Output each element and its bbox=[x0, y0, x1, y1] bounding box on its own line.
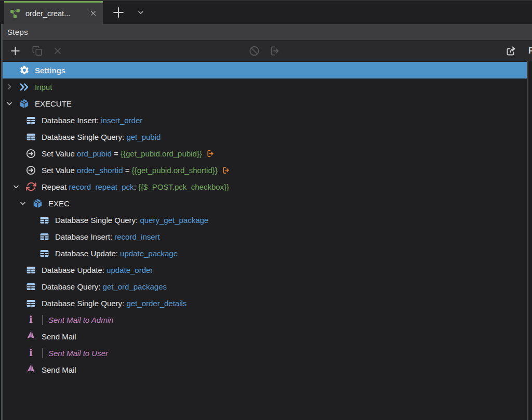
output-binding-icon bbox=[222, 166, 231, 175]
double-chevron-icon bbox=[19, 82, 30, 93]
copy-step-button[interactable] bbox=[32, 45, 43, 57]
step-label-segment: Settings bbox=[35, 66, 65, 75]
chevron-down-icon[interactable] bbox=[5, 99, 14, 108]
step-get-order-details[interactable]: Database Single Query: get_order_details bbox=[0, 295, 527, 311]
database-table-icon bbox=[39, 215, 50, 226]
step-update-package[interactable]: Database Update: update_package bbox=[0, 245, 527, 261]
chevron-spacer bbox=[12, 332, 20, 340]
database-table-icon bbox=[25, 115, 36, 126]
step-comment-sent-mail-to-admin[interactable]: iSent Mail to Admin bbox=[0, 311, 527, 328]
ban-icon bbox=[248, 45, 260, 57]
add-step-button[interactable] bbox=[9, 45, 21, 57]
share-icon bbox=[505, 45, 517, 57]
steps-toolbar: F bbox=[0, 41, 532, 61]
step-label-segment: Database Single Query: bbox=[42, 133, 126, 141]
panel-splitter[interactable] bbox=[527, 61, 528, 420]
step-set-value-order-shortid[interactable]: Set Value order_shortid = {{get_pubid.or… bbox=[0, 162, 527, 178]
step-update-order[interactable]: Database Update: update_order bbox=[0, 261, 527, 278]
step-insert-order[interactable]: Database Insert: insert_order bbox=[0, 112, 527, 128]
step-label: Database Update: update_package bbox=[55, 249, 178, 258]
output-binding-icon bbox=[206, 149, 215, 158]
arrow-circle-icon bbox=[25, 165, 36, 176]
open-share-button[interactable] bbox=[505, 45, 517, 57]
database-table-icon bbox=[25, 298, 36, 309]
step-send-mail-user[interactable]: Send Mail bbox=[0, 361, 527, 378]
step-settings[interactable]: Settings bbox=[0, 62, 527, 78]
step-label: Database Single Query: get_order_details bbox=[42, 299, 187, 308]
step-label-segment: Database Query: bbox=[42, 282, 103, 291]
step-output-button[interactable] bbox=[269, 45, 281, 57]
step-label-segment: update_package bbox=[120, 249, 178, 258]
step-label-segment: record_insert bbox=[114, 232, 160, 241]
step-label: Sent Mail to Admin bbox=[48, 316, 113, 324]
cube-icon bbox=[19, 98, 30, 109]
gear-icon bbox=[19, 65, 30, 76]
chevron-spacer bbox=[25, 249, 34, 257]
tab-list-dropdown[interactable] bbox=[131, 1, 151, 24]
step-label: Database Update: update_order bbox=[42, 266, 153, 274]
info-comment-icon: i bbox=[25, 314, 36, 325]
chevron-spacer bbox=[5, 66, 14, 74]
step-label: Input bbox=[35, 83, 52, 91]
comment-divider bbox=[42, 315, 43, 325]
tab-title: order_creat... bbox=[25, 9, 89, 18]
chevron-right-icon[interactable] bbox=[5, 83, 14, 91]
step-label: Sent Mail to User bbox=[48, 349, 108, 358]
step-execute[interactable]: EXECUTE bbox=[0, 95, 527, 112]
tab-bar: order_creat... bbox=[0, 0, 532, 24]
chevron-spacer bbox=[12, 133, 20, 141]
step-label: EXEC bbox=[48, 199, 70, 208]
arrow-circle-icon bbox=[25, 148, 36, 159]
step-label-segment: ord_pubid bbox=[77, 149, 112, 158]
step-get-pubid[interactable]: Database Single Query: get_pubid bbox=[0, 128, 527, 145]
step-label-segment: EXECUTE bbox=[35, 99, 72, 108]
step-label-segment: Input bbox=[35, 83, 52, 91]
step-get-ord-packages[interactable]: Database Query: get_ord_packages bbox=[0, 278, 527, 295]
step-input[interactable]: Input bbox=[0, 78, 527, 95]
chevron-down-icon[interactable] bbox=[12, 182, 20, 191]
step-label-segment: Database Insert: bbox=[55, 232, 114, 241]
delete-step-button[interactable] bbox=[52, 46, 63, 56]
chevron-down-icon[interactable] bbox=[19, 199, 27, 207]
step-repeat-record-repeat-pck[interactable]: Repeat record_repeat_pck: {{$_POST.pck_c… bbox=[0, 178, 527, 195]
tab-close-icon[interactable] bbox=[89, 9, 98, 18]
step-comment-sent-mail-to-user[interactable]: iSent Mail to User bbox=[0, 345, 527, 361]
cube-icon bbox=[32, 198, 43, 209]
step-label-segment: Sent Mail to Admin bbox=[48, 316, 113, 324]
step-label: Settings bbox=[35, 66, 65, 75]
paper-plane-icon bbox=[25, 331, 36, 342]
steps-tree: SettingsInputEXECUTEDatabase Insert: ins… bbox=[0, 61, 532, 420]
chevron-spacer bbox=[12, 316, 20, 324]
step-label-segment: Database Single Query: bbox=[42, 299, 126, 308]
step-label: Set Value ord_pubid = {{get_pubid.ord_pu… bbox=[42, 149, 202, 158]
step-label-segment: record_repeat_pck bbox=[69, 182, 134, 191]
step-label: Repeat record_repeat_pck: {{$_POST.pck_c… bbox=[42, 182, 229, 191]
info-comment-icon: i bbox=[25, 348, 36, 359]
workflow-icon bbox=[9, 8, 21, 19]
step-exec[interactable]: EXEC bbox=[0, 195, 527, 212]
step-set-value-ord-pubid[interactable]: Set Value ord_pubid = {{get_pubid.ord_pu… bbox=[0, 145, 527, 162]
delete-icon bbox=[52, 46, 63, 56]
step-label-segment: query_get_package bbox=[140, 216, 208, 225]
export-icon bbox=[269, 45, 281, 57]
step-label: Set Value order_shortid = {{get_pubid.or… bbox=[42, 166, 218, 175]
step-label-segment: Database Single Query: bbox=[55, 216, 140, 225]
step-query-get-package[interactable]: Database Single Query: query_get_package bbox=[0, 212, 527, 228]
chevron-spacer bbox=[12, 149, 20, 158]
new-tab-button[interactable] bbox=[106, 1, 131, 24]
step-label-segment: Set Value bbox=[42, 149, 77, 158]
disable-step-button[interactable] bbox=[248, 45, 260, 57]
repeat-icon bbox=[25, 181, 36, 192]
tab-order-create[interactable]: order_creat... bbox=[4, 1, 103, 24]
step-label-segment: Repeat bbox=[42, 182, 69, 191]
chevron-spacer bbox=[12, 349, 20, 357]
step-label-segment: : bbox=[134, 182, 138, 191]
step-label: Send Mail bbox=[42, 365, 76, 374]
step-send-mail-admin[interactable]: Send Mail bbox=[0, 328, 527, 345]
chevron-spacer bbox=[12, 116, 20, 124]
step-label-segment: Send Mail bbox=[42, 365, 76, 374]
panel-title: Steps bbox=[7, 28, 28, 37]
step-label-segment: update_order bbox=[107, 266, 153, 274]
step-label: Database Query: get_ord_packages bbox=[42, 282, 167, 291]
step-record-insert[interactable]: Database Insert: record_insert bbox=[0, 228, 527, 245]
